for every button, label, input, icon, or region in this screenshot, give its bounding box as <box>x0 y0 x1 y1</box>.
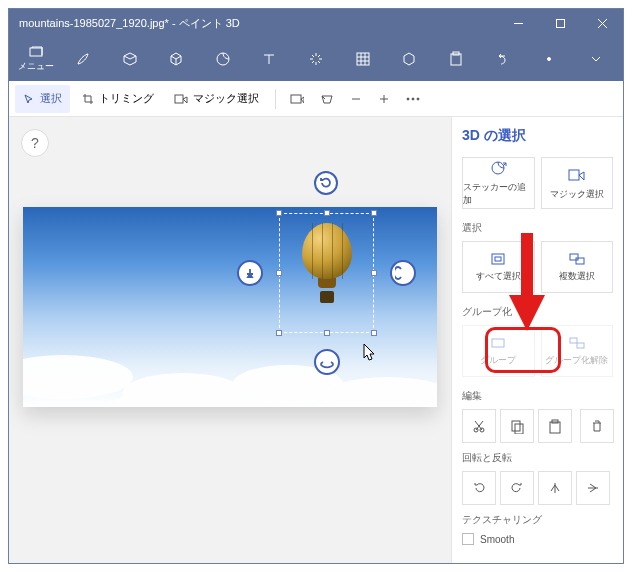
group-btn-label: グループ <box>480 354 516 367</box>
select-all-label: すべて選択 <box>476 270 521 283</box>
cut-button[interactable] <box>462 409 496 443</box>
delete-button[interactable] <box>580 409 614 443</box>
svg-rect-25 <box>550 422 560 433</box>
svg-rect-17 <box>576 258 584 264</box>
svg-rect-14 <box>492 254 504 264</box>
close-button[interactable] <box>581 9 623 37</box>
make-sticker-label: ステッカーの追加 <box>463 181 534 207</box>
cursor-icon <box>363 343 377 365</box>
svg-rect-24 <box>515 424 523 434</box>
resize-handle[interactable] <box>371 210 377 216</box>
svg-rect-4 <box>451 54 461 65</box>
magic-select-mode[interactable]: マジック選択 <box>166 85 267 113</box>
multi-select-label: 複数選択 <box>559 270 595 283</box>
svg-point-6 <box>548 58 551 61</box>
checkbox-icon <box>462 533 474 545</box>
resize-handle[interactable] <box>324 330 330 336</box>
canvas[interactable] <box>23 207 437 407</box>
side-panel: 3D の選択 ステッカーの追加 マジック選択 選択 すべて選択 <box>451 117 623 563</box>
svg-point-9 <box>407 98 409 100</box>
history-dropdown[interactable] <box>526 37 573 81</box>
resize-handle[interactable] <box>371 330 377 336</box>
flip-horizontal-button[interactable] <box>538 471 572 505</box>
maximize-button[interactable] <box>539 9 581 37</box>
zoom-in-button[interactable] <box>372 85 396 113</box>
svg-point-10 <box>412 98 414 100</box>
view-mode-button[interactable] <box>284 85 310 113</box>
z-depth-gizmo[interactable] <box>237 260 263 286</box>
rotate-ccw-button[interactable] <box>462 471 496 505</box>
minimize-button[interactable] <box>497 9 539 37</box>
copy-button[interactable] <box>500 409 534 443</box>
select-all-button[interactable]: すべて選択 <box>462 241 535 293</box>
3d-shapes-tool[interactable] <box>153 37 200 81</box>
multi-select-button[interactable]: 複数選択 <box>541 241 614 293</box>
2d-shapes-tool[interactable] <box>106 37 153 81</box>
panel-heading: 3D の選択 <box>462 127 613 145</box>
rotate-y-gizmo[interactable] <box>314 349 340 375</box>
svg-rect-18 <box>492 339 504 347</box>
3d-library-tool[interactable] <box>386 37 433 81</box>
effects-tool[interactable] <box>293 37 340 81</box>
expand-button[interactable] <box>572 37 619 81</box>
select-mode[interactable]: 選択 <box>15 85 70 113</box>
svg-rect-16 <box>570 254 578 260</box>
svg-rect-23 <box>512 421 520 431</box>
svg-rect-8 <box>291 95 301 103</box>
rotate-cw-button[interactable] <box>500 471 534 505</box>
svg-rect-1 <box>30 48 42 56</box>
separator <box>275 89 276 109</box>
canvas-area[interactable]: ? <box>9 117 451 563</box>
zoom-out-button[interactable] <box>344 85 368 113</box>
paste-tool[interactable] <box>432 37 479 81</box>
svg-rect-15 <box>495 257 501 261</box>
ungroup-button: グループ化解除 <box>541 325 614 377</box>
svg-rect-7 <box>175 95 183 103</box>
resize-handle[interactable] <box>371 270 377 276</box>
brush-tool[interactable] <box>60 37 107 81</box>
canvas-tool[interactable] <box>339 37 386 81</box>
menu-button[interactable]: メニュー <box>13 46 60 73</box>
more-button[interactable] <box>400 85 426 113</box>
svg-rect-0 <box>556 19 564 27</box>
title-bar: mountains-1985027_1920.jpg* - ペイント 3D <box>9 9 623 37</box>
paste-button[interactable] <box>538 409 572 443</box>
help-button[interactable]: ? <box>21 129 49 157</box>
ribbon: メニュー <box>9 37 623 81</box>
selected-3d-object[interactable] <box>279 213 374 333</box>
group-button: グループ <box>462 325 535 377</box>
smooth-checkbox[interactable]: Smooth <box>462 533 613 545</box>
stickers-tool[interactable] <box>199 37 246 81</box>
edit-section-label: 編集 <box>462 389 613 403</box>
balloon-3d-model <box>302 223 352 303</box>
group-section-label: グループ化 <box>462 305 613 319</box>
magic-select-label: マジック選択 <box>550 188 604 201</box>
trim-label: トリミング <box>99 91 154 106</box>
ungroup-btn-label: グループ化解除 <box>545 354 608 367</box>
svg-rect-19 <box>570 338 577 343</box>
crop-mode[interactable]: トリミング <box>74 85 162 113</box>
texture-section-label: テクスチャリング <box>462 513 613 527</box>
resize-handle[interactable] <box>276 210 282 216</box>
rotate-section-label: 回転と反転 <box>462 451 613 465</box>
make-sticker-button[interactable]: ステッカーの追加 <box>462 157 535 209</box>
smooth-label: Smooth <box>480 534 514 545</box>
svg-rect-13 <box>569 170 579 180</box>
svg-rect-20 <box>577 343 584 348</box>
selection-section-label: 選択 <box>462 221 613 235</box>
flip-vertical-button[interactable] <box>576 471 610 505</box>
panel-magic-select-button[interactable]: マジック選択 <box>541 157 614 209</box>
undo-tool[interactable] <box>479 37 526 81</box>
rotate-z-gizmo[interactable] <box>314 171 338 195</box>
select-label: 選択 <box>40 91 62 106</box>
mixed-reality-button[interactable] <box>314 85 340 113</box>
text-tool[interactable] <box>246 37 293 81</box>
menu-label: メニュー <box>18 60 54 73</box>
svg-point-11 <box>417 98 419 100</box>
magic-label: マジック選択 <box>193 91 259 106</box>
sub-toolbar: 選択 トリミング マジック選択 <box>9 81 623 117</box>
resize-handle[interactable] <box>276 330 282 336</box>
resize-handle[interactable] <box>276 270 282 276</box>
rotate-x-gizmo[interactable] <box>390 260 416 286</box>
resize-handle[interactable] <box>324 210 330 216</box>
